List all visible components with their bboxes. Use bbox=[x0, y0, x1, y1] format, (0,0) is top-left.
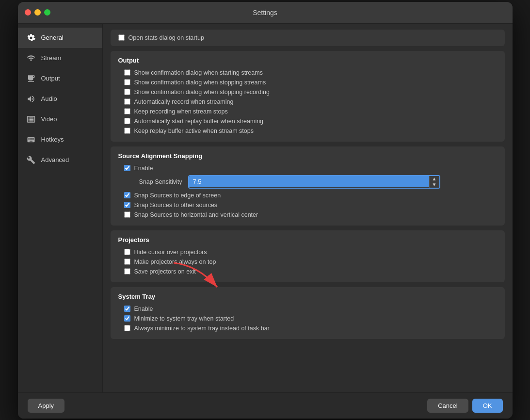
snap-cb-row-2: Snap Sources to horizontal and vertical … bbox=[124, 210, 497, 220]
window-title: Settings bbox=[253, 9, 277, 16]
snap-cb-row-1: Snap Sources to other sources bbox=[124, 200, 497, 210]
tray-label-0: Enable bbox=[134, 306, 153, 312]
audio-icon bbox=[26, 94, 36, 104]
sidebar-item-advanced[interactable]: Advanced bbox=[18, 150, 102, 170]
snap-enable-row: Enable bbox=[124, 163, 497, 173]
video-icon bbox=[26, 114, 36, 125]
output-section: Output Show confirmation dialog when sta… bbox=[111, 51, 505, 142]
sidebar-item-general[interactable]: General bbox=[18, 28, 102, 48]
proj-label-1: Make projectors always on top bbox=[134, 258, 216, 265]
system-tray-wrapper: System Tray Enable Minimize to system tr… bbox=[111, 287, 505, 339]
snap-label-2: Snap Sources to horizontal and vertical … bbox=[134, 211, 258, 218]
snap-decrement-button[interactable]: ▼ bbox=[430, 182, 439, 188]
main-content: Open stats dialog on startup Output Show… bbox=[103, 24, 513, 392]
snapping-header: Source Alignment Snapping bbox=[118, 152, 497, 160]
snap-enable-checkbox[interactable] bbox=[124, 165, 130, 171]
auto-record-checkbox[interactable] bbox=[124, 98, 130, 105]
output-checkbox-row-3: Automatically record when streaming bbox=[124, 97, 497, 107]
sidebar-item-stream[interactable]: Stream bbox=[18, 48, 102, 68]
save-projectors-checkbox[interactable] bbox=[124, 268, 130, 275]
output-checkbox-row-1: Show confirmation dialog when stopping s… bbox=[124, 78, 497, 87]
ok-button[interactable]: OK bbox=[472, 399, 503, 413]
output-checkbox-row-4: Keep recording when stream stops bbox=[124, 107, 497, 116]
keep-recording-checkbox[interactable] bbox=[124, 108, 130, 114]
hide-cursor-checkbox[interactable] bbox=[124, 249, 130, 255]
sidebar-label-output: Output bbox=[41, 75, 60, 82]
keep-replay-checkbox[interactable] bbox=[124, 128, 130, 134]
sidebar-item-hotkeys[interactable]: Hotkeys bbox=[18, 129, 102, 150]
open-stats-label: Open stats dialog on startup bbox=[128, 34, 204, 41]
out-label-2: Show confirmation dialog when stopping r… bbox=[134, 89, 270, 96]
snap-edge-checkbox[interactable] bbox=[124, 192, 130, 198]
right-buttons: Cancel OK bbox=[427, 399, 502, 413]
content-area: General Stream Output bbox=[18, 24, 513, 392]
sidebar: General Stream Output bbox=[18, 24, 103, 392]
output-checkbox-row-0: Show confirmation dialog when starting s… bbox=[124, 68, 497, 78]
output-icon bbox=[26, 73, 36, 84]
proj-cb-row-0: Hide cursor over projectors bbox=[124, 247, 497, 257]
titlebar: Settings bbox=[18, 2, 513, 24]
system-tray-section: System Tray Enable Minimize to system tr… bbox=[111, 287, 505, 339]
tray-cb-row-0: Enable bbox=[124, 304, 497, 314]
output-checkbox-row-2: Show confirmation dialog when stopping r… bbox=[124, 87, 497, 97]
snap-spinners: ▲ ▼ bbox=[429, 176, 439, 188]
stream-icon bbox=[26, 53, 36, 64]
sidebar-label-advanced: Advanced bbox=[41, 156, 69, 163]
output-checkbox-row-5: Automatically start replay buffer when s… bbox=[124, 116, 497, 126]
always-on-top-checkbox[interactable] bbox=[124, 258, 130, 265]
projectors-section: Projectors Hide cursor over projectors M… bbox=[111, 230, 505, 282]
show-confirm-stop-checkbox[interactable] bbox=[124, 79, 130, 85]
show-confirm-start-checkbox[interactable] bbox=[124, 69, 130, 76]
snap-sensitivity-input-wrap: ▲ ▼ bbox=[188, 175, 440, 189]
proj-label-0: Hide cursor over projectors bbox=[134, 249, 207, 256]
out-label-5: Automatically start replay buffer when s… bbox=[134, 118, 264, 125]
snap-enable-label: Enable bbox=[134, 165, 153, 172]
output-checkbox-row-6: Keep replay buffer active when stream st… bbox=[124, 126, 497, 136]
proj-cb-row-1: Make projectors always on top bbox=[124, 257, 497, 267]
snap-sources-checkbox[interactable] bbox=[124, 202, 130, 208]
tray-cb-row-1: Minimize to system tray when started bbox=[124, 314, 497, 323]
proj-cb-row-2: Save projectors on exit bbox=[124, 267, 497, 276]
snap-sensitivity-label: Snap Sensitivity bbox=[124, 178, 182, 185]
tray-enable-checkbox[interactable] bbox=[124, 306, 130, 312]
sidebar-label-audio: Audio bbox=[41, 95, 57, 102]
minimize-button[interactable] bbox=[34, 9, 41, 16]
tray-label-2: Always minimize to system tray instead o… bbox=[134, 325, 270, 332]
hotkeys-icon bbox=[26, 134, 36, 145]
snap-center-checkbox[interactable] bbox=[124, 211, 130, 218]
snap-sensitivity-row: Snap Sensitivity ▲ ▼ bbox=[124, 173, 497, 191]
maximize-button[interactable] bbox=[44, 9, 50, 16]
traffic-lights bbox=[25, 9, 50, 16]
top-section: Open stats dialog on startup bbox=[111, 30, 505, 46]
out-label-6: Keep replay buffer active when stream st… bbox=[134, 128, 254, 134]
snapping-section: Source Alignment Snapping Enable Snap Se… bbox=[111, 146, 505, 226]
close-button[interactable] bbox=[25, 9, 31, 16]
settings-window: Settings General Stream bbox=[18, 2, 513, 419]
sidebar-label-stream: Stream bbox=[41, 54, 62, 62]
snap-label-0: Snap Sources to edge of screen bbox=[134, 192, 221, 199]
snap-increment-button[interactable]: ▲ bbox=[430, 176, 439, 182]
tray-label-1: Minimize to system tray when started bbox=[134, 315, 234, 322]
auto-replay-checkbox[interactable] bbox=[124, 118, 130, 124]
sidebar-item-video[interactable]: Video bbox=[18, 109, 102, 129]
tray-minimize-checkbox[interactable] bbox=[124, 315, 130, 322]
apply-button[interactable]: Apply bbox=[28, 399, 65, 413]
sidebar-item-output[interactable]: Output bbox=[18, 68, 102, 89]
gear-icon bbox=[26, 32, 36, 43]
show-confirm-stop-recording-checkbox[interactable] bbox=[124, 89, 130, 95]
out-label-4: Keep recording when stream stops bbox=[134, 108, 228, 115]
projectors-header: Projectors bbox=[118, 236, 497, 243]
out-label-1: Show confirmation dialog when stopping s… bbox=[134, 79, 266, 86]
out-label-3: Automatically record when streaming bbox=[134, 98, 234, 105]
snap-cb-row-0: Snap Sources to edge of screen bbox=[124, 191, 497, 200]
open-stats-checkbox[interactable] bbox=[118, 34, 125, 41]
snap-sensitivity-input[interactable] bbox=[189, 176, 429, 187]
sidebar-label-video: Video bbox=[41, 115, 57, 123]
tray-always-minimize-checkbox[interactable] bbox=[124, 325, 130, 331]
system-tray-header: System Tray bbox=[118, 293, 497, 300]
sidebar-item-audio[interactable]: Audio bbox=[18, 89, 102, 109]
cancel-button[interactable]: Cancel bbox=[427, 399, 468, 413]
output-header: Output bbox=[118, 57, 497, 64]
out-label-0: Show confirmation dialog when starting s… bbox=[134, 69, 263, 76]
bottom-bar: Apply Cancel OK bbox=[18, 392, 513, 419]
